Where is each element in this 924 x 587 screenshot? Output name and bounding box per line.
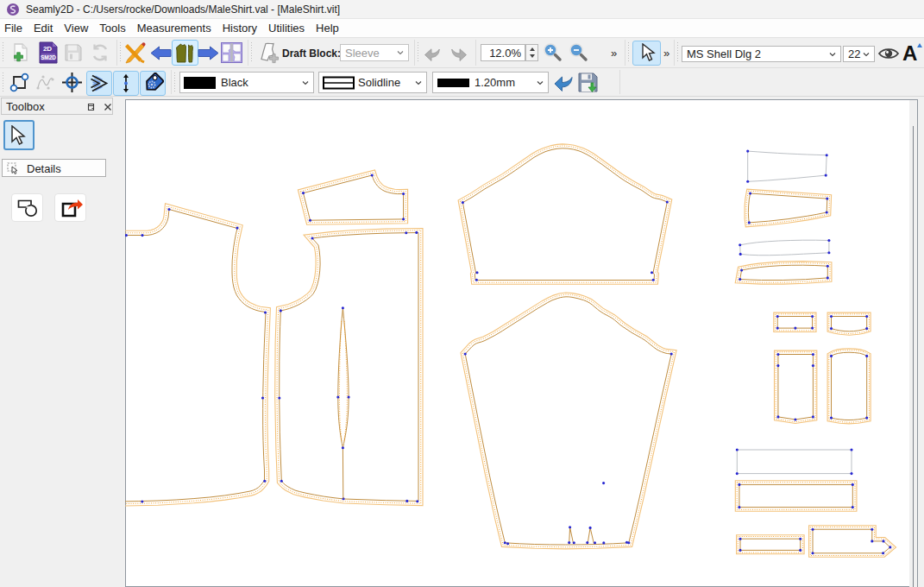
svg-text:SM2D: SM2D	[41, 54, 56, 60]
svg-text:2D: 2D	[43, 45, 52, 53]
